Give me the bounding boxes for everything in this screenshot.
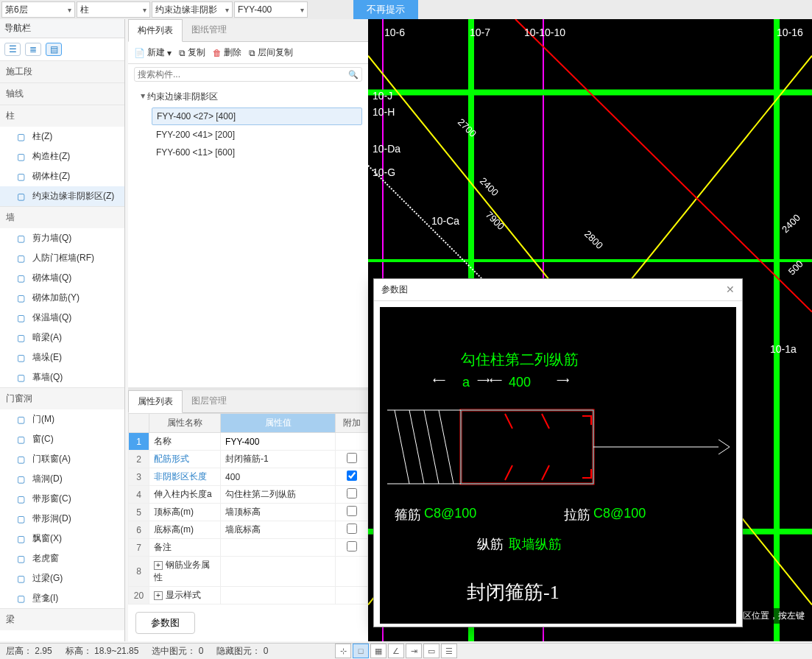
nav-item[interactable]: ▢保温墙(Q) — [0, 308, 124, 328]
grid-label: 10-Ca — [431, 215, 459, 227]
nav-item[interactable]: ▢墙垛(E) — [0, 348, 124, 367]
property-table: 属性名称 属性值 附加 1名称2配筋形式封闭箍筋-13非阴影区长度4004伸入柱… — [128, 413, 368, 605]
nav-item[interactable]: ▢门联窗(A) — [0, 449, 124, 469]
copy-button[interactable]: ⧉复制 — [179, 46, 205, 59]
masonrywall-icon: ▢ — [15, 272, 27, 284]
nav-item[interactable]: ▢约束边缘非阴影区(Z) — [0, 186, 124, 206]
grid-icon[interactable]: ▦ — [370, 644, 386, 658]
nav-item[interactable]: ▢飘窗(X) — [0, 529, 124, 549]
nav-item-label: 老虎窗 — [32, 552, 59, 565]
tab-drawings[interactable]: 图纸管理 — [183, 19, 236, 41]
tab-attrs[interactable]: 属性列表 — [128, 390, 183, 413]
view-mode-tree-icon[interactable]: ☰ — [4, 43, 21, 56]
hiddenbeam-icon: ▢ — [15, 332, 27, 344]
search-input-wrap[interactable] — [134, 67, 362, 82]
prop-value: 墙底标高 — [225, 524, 261, 535]
nav-item-label: 砌体墙(Q) — [32, 272, 71, 284]
layer-icon[interactable]: ▭ — [423, 644, 439, 658]
row-number[interactable]: 1 — [129, 433, 149, 451]
tree-group[interactable]: 约束边缘非阴影区 — [134, 88, 362, 106]
nav-item[interactable]: ▢壁龛(I) — [0, 588, 124, 608]
nav-item[interactable]: ▢窗(C) — [0, 429, 124, 449]
nav-item[interactable]: ▢砌体加筋(Y) — [0, 288, 124, 308]
row-number[interactable]: 7 — [129, 539, 149, 557]
tree-item[interactable]: FYY-600 <11> [600] — [152, 144, 362, 161]
nav-item[interactable]: ▢柱(Z) — [0, 127, 124, 147]
prop-extra-checkbox[interactable] — [347, 506, 357, 516]
nav-item[interactable]: ▢人防门框墙(RF) — [0, 248, 124, 268]
hidden-count: 0 — [264, 646, 269, 656]
prop-extra-checkbox[interactable] — [347, 453, 357, 463]
prop-extra-checkbox[interactable] — [347, 541, 357, 551]
floorcopy-button[interactable]: ⧉层间复制 — [249, 46, 293, 59]
offset-icon[interactable]: ⇥ — [406, 644, 422, 658]
nav-item[interactable]: ▢砌体墙(Q) — [0, 268, 124, 288]
row-number[interactable]: 5 — [129, 504, 149, 521]
floor-dropdown[interactable]: 第6层 — [1, 1, 75, 18]
expand-icon[interactable]: + — [154, 561, 163, 570]
row-number[interactable]: 2 — [129, 451, 149, 468]
tab-layers[interactable]: 图层管理 — [183, 390, 236, 412]
nav-item[interactable]: ▢带形洞(D) — [0, 509, 124, 529]
nav-item-label: 幕墙(Q) — [32, 371, 63, 384]
nav-section[interactable]: 轴线 — [0, 82, 124, 105]
nav-section[interactable]: 门窗洞 — [0, 387, 124, 409]
tree-item[interactable]: FYY-200 <41> [200] — [152, 127, 362, 143]
prop-extra-checkbox[interactable] — [347, 471, 357, 481]
prop-extra-checkbox[interactable] — [347, 524, 357, 534]
search-input[interactable] — [138, 69, 348, 80]
nav-item[interactable]: ▢带形窗(C) — [0, 489, 124, 509]
boundary-icon: ▢ — [15, 191, 27, 202]
prop-name: 顶标高(m) — [149, 504, 221, 521]
row-number[interactable]: 6 — [129, 521, 149, 539]
row-number[interactable]: 8 — [129, 557, 149, 587]
snap-icon[interactable]: ⊹ — [335, 644, 351, 658]
nav-item[interactable]: ▢过梁(G) — [0, 568, 124, 588]
new-button[interactable]: 📄新建 ▾ — [134, 46, 172, 59]
view-mode-list-icon[interactable]: ≣ — [25, 43, 41, 56]
col-value[interactable]: 属性值 — [221, 414, 336, 433]
expand-icon[interactable]: + — [154, 591, 163, 600]
rfwall-icon: ▢ — [15, 253, 27, 264]
nav-item[interactable]: ▢剪力墙(Q) — [0, 228, 124, 248]
nav-item[interactable]: ▢构造柱(Z) — [0, 147, 124, 166]
delete-button[interactable]: 🗑删除 — [213, 46, 241, 59]
nav-item-label: 窗(C) — [32, 433, 54, 445]
nav-item[interactable]: ▢砌体柱(Z) — [0, 166, 124, 186]
plus-icon: 📄 — [134, 48, 145, 58]
nav-item-label: 门(M) — [32, 413, 54, 426]
nav-item[interactable]: ▢幕墙(Q) — [0, 367, 124, 387]
elevation: 18.9~21.85 — [94, 646, 138, 656]
nav-section[interactable]: 墙 — [0, 206, 124, 228]
category-dropdown[interactable]: 柱 — [77, 1, 150, 18]
more-icon[interactable]: ☰ — [441, 644, 457, 658]
tab-components[interactable]: 构件列表 — [128, 19, 183, 42]
nav-item[interactable]: ▢门(M) — [0, 409, 124, 429]
curtain-icon: ▢ — [15, 372, 27, 384]
nav-section[interactable]: 梁 — [0, 608, 124, 630]
nav-item[interactable]: ▢暗梁(A) — [0, 328, 124, 348]
nav-section[interactable]: 施工段 — [0, 60, 124, 82]
item-icon: ▢ — [15, 593, 27, 605]
view-mode-grid-icon[interactable]: ▤ — [46, 43, 62, 56]
row-number[interactable]: 20 — [129, 587, 149, 605]
close-icon[interactable]: ✕ — [726, 283, 735, 296]
tree-item[interactable]: FYY-400 <27> [400] — [152, 108, 362, 125]
column-icon: ▢ — [15, 131, 27, 143]
angle-icon[interactable]: ∠ — [388, 644, 404, 658]
nav-item[interactable]: ▢墙洞(D) — [0, 469, 124, 489]
param-diagram-button[interactable]: 参数图 — [135, 612, 195, 634]
nav-item[interactable]: ▢老虎窗 — [0, 549, 124, 568]
row-number[interactable]: 4 — [129, 486, 149, 504]
subcategory-dropdown[interactable]: 约束边缘非阴影 — [152, 1, 233, 18]
row-number[interactable]: 3 — [129, 468, 149, 486]
nav-section[interactable]: 柱 — [0, 105, 124, 127]
prop-value-input[interactable] — [225, 437, 331, 447]
ortho-icon[interactable]: □ — [353, 644, 369, 658]
code-dropdown[interactable]: FYY-400 — [234, 1, 308, 18]
prop-extra-checkbox[interactable] — [347, 488, 357, 498]
nav-item-label: 壁龛(I) — [32, 592, 58, 605]
item-icon: ▢ — [15, 454, 27, 465]
nav-item-label: 砌体柱(Z) — [32, 170, 70, 183]
dismiss-button[interactable]: 不再提示 — [353, 0, 418, 19]
